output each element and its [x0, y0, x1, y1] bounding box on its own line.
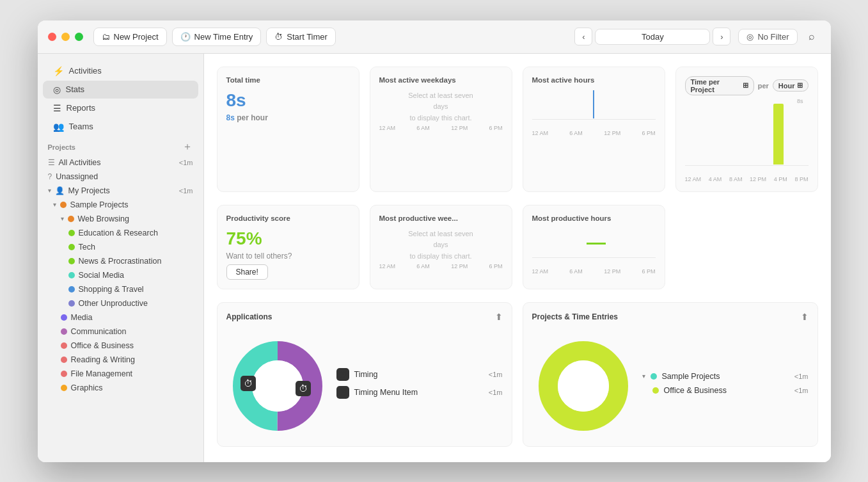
minimize-button[interactable] [61, 33, 70, 41]
sidebar: ⚡ Activities ◎ Stats ☰ Reports 👥 Teams P… [38, 54, 204, 462]
applications-title: Applications [226, 312, 272, 321]
time-per-project-header: Time per Project ⊞ per Hour ⊞ [685, 76, 809, 95]
sidebar-item-activities[interactable]: ⚡ Activities [43, 62, 198, 80]
maximize-button[interactable] [75, 33, 83, 41]
traffic-lights [48, 33, 83, 41]
sidebar-item-communication[interactable]: Communication [38, 325, 203, 339]
communication-dot [61, 328, 67, 335]
svg-text:⏱: ⏱ [299, 383, 308, 394]
sidebar-item-sample-projects[interactable]: ▾ Sample Projects [38, 198, 203, 212]
prev-date-button[interactable]: ‹ [574, 28, 592, 45]
active-hours-labels: 12 AM6 AM12 PM6 PM [532, 129, 656, 136]
new-time-entry-button[interactable]: 🕐 New Time Entry [172, 28, 262, 46]
bottom-section: Applications ⬆ [217, 302, 818, 447]
most-active-hours-card: Most active hours 12 AM6 AM12 PM6 PM [523, 67, 665, 192]
sidebar-item-media[interactable]: Media [38, 310, 203, 325]
chevron-icon: ▾ [53, 201, 56, 208]
sidebar-item-news[interactable]: News & Procrastination [38, 254, 203, 268]
sidebar-item-social[interactable]: Social Media [38, 268, 203, 282]
start-timer-button[interactable]: ⏱ Start Timer [266, 28, 336, 46]
chevron-down-icon: ▾ [48, 187, 51, 194]
main-content: ⚡ Activities ◎ Stats ☰ Reports 👥 Teams P… [38, 54, 831, 462]
close-button[interactable] [48, 33, 56, 41]
most-productive-week-card: Most productive wee... Select at least s… [370, 205, 512, 289]
weekdays-placeholder: Select at least sevendaysto display this… [379, 90, 503, 124]
active-hours-bar [593, 90, 594, 118]
productive-hours-bar [587, 243, 606, 245]
next-date-button[interactable]: › [713, 28, 730, 45]
sidebar-item-stats[interactable]: ◎ Stats [43, 81, 198, 99]
applications-share-icon[interactable]: ⬆ [495, 312, 503, 322]
projects-time-entries-title: Projects & Time Entries [532, 312, 619, 321]
sample-projects-dot [60, 202, 67, 208]
total-time-title: Total time [226, 76, 350, 84]
productive-week-labels: 12 AM6 AM12 PM6 PM [379, 262, 503, 269]
project-select[interactable]: Time per Project ⊞ [685, 76, 754, 95]
productive-hours-labels: 12 AM6 AM12 PM6 PM [532, 267, 656, 275]
sidebar-item-shopping[interactable]: Shopping & Travel [38, 282, 203, 296]
total-time-card: Total time 8s 8s per hour [217, 67, 359, 192]
sidebar-item-my-projects[interactable]: ▾ 👤 My Projects <1m [38, 184, 203, 198]
project-item-sample: ▾ Sample Projects <1m [642, 369, 809, 383]
sidebar-item-graphics[interactable]: Graphics [38, 381, 203, 395]
chevron-icon-wb: ▾ [61, 215, 64, 222]
new-project-icon: 🗂 [102, 32, 110, 42]
most-productive-hours-title: Most productive hours [532, 214, 656, 222]
add-project-button[interactable]: ＋ [182, 141, 193, 153]
hour-select[interactable]: Hour ⊞ [773, 79, 809, 92]
tech-dot [68, 244, 75, 250]
sidebar-item-other[interactable]: Other Unproductive [38, 296, 203, 310]
active-hours-baseline [532, 119, 656, 120]
project-item-office: Office & Business <1m [642, 383, 809, 398]
projects-content: ▾ Sample Projects <1m Office & Business … [532, 330, 809, 437]
office-dot [61, 342, 67, 349]
sidebar-item-reading[interactable]: Reading & Writing [38, 353, 203, 367]
app-item-timing-menu: ⏱ Timing Menu Item <1m [336, 383, 503, 401]
total-time-value: 8s [226, 90, 350, 111]
teams-icon: 👥 [53, 122, 64, 132]
hour-select-icon: ⊞ [797, 81, 803, 90]
sidebar-item-office[interactable]: Office & Business [38, 339, 203, 353]
time-per-project-labels: 12 AM4 AM8 AM12 PM4 PM8 PM [685, 175, 809, 182]
productivity-card: Productivity score 75% Want to tell othe… [217, 205, 359, 289]
empty-cell [675, 205, 818, 289]
most-active-hours-title: Most active hours [532, 76, 656, 84]
sidebar-item-web-browsing[interactable]: ▾ Web Browsing [38, 212, 203, 226]
my-projects-icon: 👤 [55, 186, 65, 195]
sidebar-item-education[interactable]: Education & Research [38, 226, 203, 240]
titlebar: 🗂 New Project 🕐 New Time Entry ⏱ Start T… [38, 20, 831, 54]
sidebar-item-unassigned[interactable]: ? Unassigned [38, 170, 203, 184]
most-productive-hours-card: Most productive hours 12 AM6 AM12 PM6 PM [523, 205, 665, 289]
share-button[interactable]: Share! [226, 264, 268, 280]
filter-button[interactable]: ◎ No Filter [738, 29, 797, 45]
web-browsing-dot [68, 216, 74, 222]
main-window: 🗂 New Project 🕐 New Time Entry ⏱ Start T… [38, 20, 831, 462]
social-dot [68, 272, 75, 278]
unassigned-icon: ? [48, 172, 52, 181]
sidebar-item-tech[interactable]: Tech [38, 240, 203, 254]
news-dot [68, 258, 75, 264]
media-dot [61, 314, 67, 321]
all-activities-icon: ☰ [48, 158, 55, 167]
weekdays-labels: 12 AM6 AM12 PM6 PM [379, 124, 503, 131]
productivity-sub: Want to tell others? [226, 252, 350, 261]
time-per-project-card: Time per Project ⊞ per Hour ⊞ 8s [675, 67, 818, 192]
projects-share-icon[interactable]: ⬆ [801, 312, 809, 322]
sidebar-item-all-activities[interactable]: ☰ All Activities <1m [38, 156, 203, 170]
svg-point-8 [558, 360, 609, 412]
timing-menu-icon: ⏱ [336, 386, 349, 399]
time-per-project-chart: 8s [685, 98, 809, 175]
productive-week-placeholder: Select at least sevendaysto display this… [379, 229, 503, 262]
sidebar-item-teams[interactable]: 👥 Teams [43, 118, 198, 136]
clock-icon: 🕐 [180, 32, 191, 42]
nav-section: ‹ Today › [574, 28, 730, 45]
stats-icon: ◎ [53, 84, 61, 95]
search-icon: ⌕ [809, 31, 815, 42]
search-button[interactable]: ⌕ [803, 28, 821, 45]
date-display[interactable]: Today [595, 29, 710, 45]
stats-grid-row2: Productivity score 75% Want to tell othe… [217, 205, 818, 289]
sidebar-item-reports[interactable]: ☰ Reports [43, 99, 198, 117]
productivity-value: 75% [226, 229, 350, 249]
sidebar-item-file[interactable]: File Management [38, 367, 203, 381]
new-project-button[interactable]: 🗂 New Project [93, 28, 167, 46]
